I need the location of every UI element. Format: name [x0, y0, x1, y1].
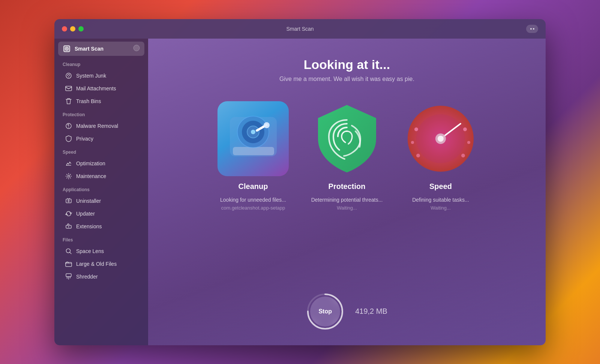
main-subtitle: Give me a moment. We all wish it was eas…	[279, 76, 414, 82]
shredder-icon	[65, 273, 72, 280]
system-junk-label: System Junk	[76, 73, 106, 79]
minimize-button[interactable]	[70, 26, 75, 31]
svg-point-4	[66, 73, 71, 78]
speed-card-status: Defining suitable tasks...	[412, 197, 469, 203]
svg-point-5	[68, 76, 69, 77]
sidebar-item-space-lens[interactable]: Space Lens	[57, 245, 146, 258]
window-body: Smart Scan Cleanup System Junk	[54, 39, 546, 345]
app-window: Smart Scan Smart Scan	[54, 19, 546, 345]
sidebar-item-optimization[interactable]: Optimization	[57, 157, 146, 170]
main-content: Looking at it... Give me a moment. We al…	[148, 39, 546, 345]
protection-card-sub-status: Waiting...	[337, 205, 357, 211]
sidebar-item-shredder[interactable]: Shredder	[57, 270, 146, 283]
svg-point-20	[251, 130, 255, 134]
svg-point-24	[414, 127, 418, 131]
section-cleanup-label: Cleanup	[54, 57, 148, 69]
sidebar-item-system-junk[interactable]: System Junk	[57, 69, 146, 82]
sidebar-item-malware-removal[interactable]: Malware Removal	[57, 120, 146, 132]
cleanup-card: Cleanup Looking for unneeded files... co…	[216, 101, 291, 211]
protection-card-icon	[311, 101, 382, 176]
speed-card: Speed Defining suitable tasks... Waiting…	[403, 101, 478, 211]
sidebar-item-extensions[interactable]: Extensions	[57, 220, 146, 233]
stop-area: Stop 419,2 MB	[306, 293, 387, 330]
close-button[interactable]	[62, 26, 67, 31]
window-title: Smart Scan	[286, 26, 314, 32]
svg-rect-6	[66, 86, 72, 91]
maximize-button[interactable]	[78, 26, 84, 31]
sidebar-item-uninstaller[interactable]: Uninstaller	[57, 195, 146, 207]
updater-icon	[65, 210, 72, 217]
svg-point-25	[411, 141, 414, 144]
speed-card-title: Speed	[429, 182, 452, 191]
maintenance-label: Maintenance	[76, 173, 106, 179]
sidebar-item-smart-scan[interactable]: Smart Scan	[58, 42, 144, 56]
system-junk-icon	[65, 72, 72, 79]
svg-point-2	[66, 48, 68, 49]
uninstaller-icon	[65, 197, 72, 205]
svg-point-27	[463, 127, 467, 131]
cleanup-card-status: Looking for unneeded files...	[220, 197, 286, 203]
section-protection-label: Protection	[54, 108, 148, 120]
malware-removal-label: Malware Removal	[76, 123, 118, 129]
sidebar-item-privacy[interactable]: Privacy	[57, 132, 146, 145]
optimization-icon	[65, 160, 72, 167]
titlebar: Smart Scan	[54, 19, 546, 39]
shredder-label: Shredder	[76, 274, 98, 280]
svg-rect-14	[66, 274, 71, 277]
extensions-label: Extensions	[76, 223, 102, 229]
gauge-icon-svg	[405, 101, 476, 176]
svg-rect-16	[233, 147, 274, 155]
scan-cards-row: Cleanup Looking for unneeded files... co…	[216, 101, 478, 211]
svg-point-26	[416, 154, 420, 157]
sidebar: Smart Scan Cleanup System Junk	[54, 39, 148, 345]
protection-card-status: Determining potential threats...	[311, 197, 383, 203]
cleanup-card-sub-status: com.getcleanshot.app-setapp	[221, 205, 285, 211]
privacy-label: Privacy	[76, 136, 93, 142]
extensions-icon	[65, 223, 72, 230]
stop-button[interactable]: Stop	[310, 297, 340, 327]
malware-icon	[65, 122, 72, 130]
space-lens-icon	[65, 247, 72, 255]
svg-point-22	[264, 122, 270, 128]
updater-label: Updater	[76, 211, 95, 217]
svg-point-3	[134, 45, 140, 51]
traffic-lights	[62, 26, 84, 31]
maintenance-icon	[65, 172, 72, 180]
main-title: Looking at it...	[304, 57, 390, 72]
more-options-button[interactable]	[526, 25, 538, 33]
large-old-files-label: Large & Old Files	[76, 261, 117, 267]
protection-card: Protection Determining potential threats…	[309, 101, 384, 211]
mail-icon	[65, 85, 72, 92]
dot2	[533, 28, 534, 30]
optimization-label: Optimization	[76, 160, 105, 166]
large-files-icon	[65, 260, 72, 268]
cleanup-card-icon	[218, 101, 289, 176]
svg-point-33	[438, 136, 444, 142]
svg-point-8	[68, 175, 70, 177]
mail-attachments-label: Mail Attachments	[76, 85, 116, 91]
disk-icon-svg	[226, 109, 280, 168]
trash-bins-label: Trash Bins	[76, 98, 101, 104]
section-applications-label: Applications	[54, 183, 148, 195]
cleanup-card-title: Cleanup	[238, 182, 268, 191]
speed-card-icon	[405, 101, 476, 176]
section-files-label: Files	[54, 233, 148, 245]
trash-icon	[65, 97, 72, 105]
svg-point-28	[467, 141, 470, 144]
space-lens-label: Space Lens	[76, 248, 104, 254]
size-display: 419,2 MB	[355, 307, 387, 316]
stop-button-wrap: Stop	[306, 293, 344, 330]
sidebar-item-trash-bins[interactable]: Trash Bins	[57, 95, 146, 108]
sidebar-item-mail-attachments[interactable]: Mail Attachments	[57, 82, 146, 95]
sidebar-item-maintenance[interactable]: Maintenance	[57, 170, 146, 183]
speed-card-sub-status: Waiting...	[430, 205, 451, 211]
section-speed-label: Speed	[54, 145, 148, 157]
svg-point-29	[461, 154, 465, 157]
privacy-icon	[65, 135, 72, 142]
sidebar-item-updater[interactable]: Updater	[57, 207, 146, 220]
uninstaller-label: Uninstaller	[76, 198, 101, 204]
shield-icon-svg	[312, 101, 382, 176]
notification-indicator	[133, 45, 140, 53]
protection-card-title: Protection	[328, 182, 366, 191]
sidebar-item-large-old-files[interactable]: Large & Old Files	[57, 258, 146, 270]
